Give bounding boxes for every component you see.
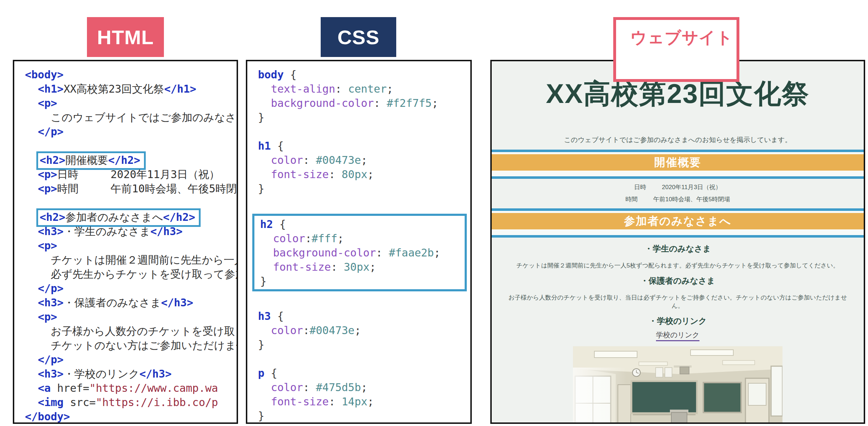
code-line xyxy=(25,196,237,210)
schedule-date-label: 日時 xyxy=(634,183,646,191)
site-heading-overview: 開催概要 xyxy=(490,154,865,171)
code-line: <h3>・保護者のみなさま</h3> xyxy=(25,296,237,310)
code-line: <h2>開催概要</h2> xyxy=(25,153,237,167)
code-line: color: #00473e; xyxy=(258,153,470,167)
code-line: <h1>XX高校第23回文化祭</h1> xyxy=(25,82,237,96)
code-line: background-color: #faae2b; xyxy=(260,246,465,260)
html-code-panel: <body> <h1>XX高校第23回文化祭</h1> <p> このウェブサイト… xyxy=(13,60,238,424)
highlight-box: h2 { color:#fff; background-color: #faae… xyxy=(252,214,467,291)
code-line xyxy=(25,139,237,153)
code-line xyxy=(258,295,470,309)
code-line xyxy=(258,196,470,210)
schedule-row-time: 時間 午前10時会場、午後5時閉場 xyxy=(492,195,864,203)
code-line: font-size: 30px; xyxy=(260,260,465,274)
css-code-panel: body { text-align: center; background-co… xyxy=(246,60,472,424)
code-line: <h3>・学校のリンク</h3> xyxy=(25,367,237,381)
code-line: font-size: 80px; xyxy=(258,167,470,182)
site-subheading-students: ・学生のみなさま xyxy=(492,243,864,254)
code-line: <p>日時 2020年11月3日（祝） xyxy=(25,167,237,182)
code-line: text-align: center; xyxy=(258,82,470,96)
classroom-photo xyxy=(492,346,864,424)
code-line xyxy=(258,125,470,139)
code-line: } xyxy=(258,409,470,423)
code-line: h2 { xyxy=(260,217,465,232)
site-paragraph-guardians: お子様から人数分のチケットを受け取り、当日は必ずチケットをご持参ください。チケッ… xyxy=(502,293,853,310)
code-line: <h3>・学生のみなさま</h3> xyxy=(25,224,237,239)
code-line: <body> xyxy=(25,68,237,82)
code-line: <p> xyxy=(25,239,237,253)
code-line: <h2>参加者のみなさまへ</h2> xyxy=(25,210,237,224)
code-line: color:#fff; xyxy=(260,232,465,246)
code-line: h1 { xyxy=(258,139,470,153)
code-line: <p> xyxy=(25,96,237,110)
schedule-time-value: 午前10時会場、午後5時閉場 xyxy=(653,195,730,203)
website-panel-label: ウェブサイト xyxy=(613,17,739,82)
code-line: </body> xyxy=(25,410,237,424)
site-subheading-link: ・学校のリンク xyxy=(492,316,864,327)
code-line: font-size: 14px; xyxy=(258,395,470,409)
site-title: XX高校第23回文化祭 xyxy=(495,78,860,109)
code-line: } xyxy=(258,182,470,196)
code-line: </p> xyxy=(25,281,237,296)
school-link[interactable]: 学校のリンク xyxy=(656,330,699,341)
code-line: p { xyxy=(258,366,470,380)
schedule-date-value: 2020年11月3日（祝） xyxy=(662,183,722,191)
site-subheading-guardians: ・保護者のみなさま xyxy=(492,275,864,286)
code-line: } xyxy=(260,274,465,289)
site-paragraph-students: チケットは開催２週間前に先生から一人5枚ずつ配られます。必ず先生からチケットを受… xyxy=(502,261,853,270)
highlight-box: 参加者のみなさまへ xyxy=(490,208,865,238)
code-line: } xyxy=(258,110,470,125)
code-line xyxy=(258,352,470,366)
html-panel-label: HTML xyxy=(87,17,164,57)
code-line: color: #475d5b; xyxy=(258,380,470,395)
code-line: チケットは開催２週間前に先生から一人5枚ずつ配られます。 xyxy=(25,253,237,267)
code-line: お子様から人数分のチケットを受け取り、当日は必ずチケットをご持参ください。 xyxy=(25,324,237,338)
code-line: </p> xyxy=(25,125,237,139)
code-line: <img src="https://i.ibb.co/p xyxy=(25,395,237,410)
css-panel-label: CSS xyxy=(321,17,396,57)
code-line: body { xyxy=(258,68,470,82)
code-line: color:#00473e; xyxy=(258,323,470,338)
code-line: 必ず先生からチケットを受け取って参加してください。 xyxy=(25,267,237,281)
code-line: チケットのない方はご参加いただけません。 xyxy=(25,338,237,353)
code-line: background-color: #f2f7f5; xyxy=(258,96,470,110)
code-line: <p> xyxy=(25,310,237,324)
code-line: このウェブサイトではご参加のみなさまへのお知らせを掲示しています。 xyxy=(25,110,237,125)
code-line: <p>時間 午前10時会場、午後5時閉場 xyxy=(25,182,237,196)
website-preview-panel: XX高校第23回文化祭 このウェブサイトではご参加のみなさまへのお知らせを掲示し… xyxy=(490,60,865,424)
highlight-box: 開催概要 xyxy=(490,150,865,179)
css-code: body { text-align: center; background-co… xyxy=(247,61,470,423)
code-line: } xyxy=(258,338,470,352)
schedule-time-label: 時間 xyxy=(625,195,637,203)
code-line: </p> xyxy=(25,353,237,367)
html-code: <body> <h1>XX高校第23回文化祭</h1> <p> このウェブサイト… xyxy=(14,61,237,424)
site-intro-paragraph: このウェブサイトではご参加のみなさまへのお知らせを掲示しています。 xyxy=(499,135,857,145)
code-line: h3 { xyxy=(258,309,470,323)
site-heading-participants: 参加者のみなさまへ xyxy=(490,213,865,229)
code-line: <a href="https://www.camp.wa xyxy=(25,381,237,395)
lesson-diagram: HTML CSS ウェブサイト <body> <h1>XX高校第23回文化祭</… xyxy=(0,0,868,426)
schedule-row-date: 日時 2020年11月3日（祝） xyxy=(492,183,864,191)
